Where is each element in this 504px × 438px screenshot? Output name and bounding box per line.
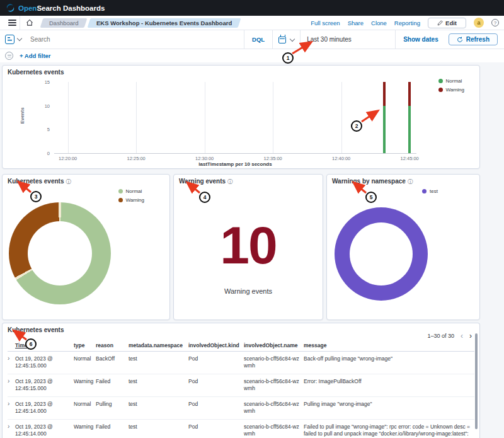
refresh-button[interactable]: Refresh xyxy=(449,33,498,45)
table-scrollbar[interactable] xyxy=(475,333,478,429)
avatar[interactable]: a xyxy=(474,18,484,28)
info-icon[interactable]: ⓘ xyxy=(227,178,233,185)
pagination: 1–30 of 30 ‹ › xyxy=(427,332,472,340)
cell-time: Oct 19, 2023 @ 12:45:14.000 xyxy=(15,419,74,438)
share-link[interactable]: Share xyxy=(348,20,364,26)
query-bar: DQL Last 30 minutes Show dates Refresh xyxy=(0,30,504,49)
time-range-value[interactable]: Last 30 minutes xyxy=(301,36,395,43)
clone-link[interactable]: Clone xyxy=(371,20,387,26)
stacked-bar[interactable] xyxy=(408,82,411,153)
gridline xyxy=(136,82,137,153)
breadcrumb-dashboard[interactable]: Dashboard xyxy=(40,18,88,28)
y-tick-label: 5 xyxy=(47,127,50,132)
calendar-chevron-down-icon xyxy=(290,36,295,41)
app-header: OpenSearch Dashboards xyxy=(0,0,504,16)
panel-title: Warnings by namespaceⓘ xyxy=(327,175,479,186)
navigation-bar: Dashboard EKS Workshop - Kubernetes Even… xyxy=(0,16,504,30)
y-tick-label: 15 xyxy=(45,79,50,85)
cell-reason: Pulling xyxy=(96,396,129,419)
x-tick-label: 12:45:00 xyxy=(401,156,419,161)
column-header-reason[interactable]: reason xyxy=(96,340,129,352)
panel-title: Kubernetes events xyxy=(3,66,479,76)
sort-descending-icon: ▾ xyxy=(29,343,32,348)
table-row: ›Oct 19, 2023 @ 12:45:14.000WarningFaile… xyxy=(8,419,474,438)
cell-message: Back-off pulling image "wrong-image" xyxy=(304,352,474,374)
cell-reason: Failed xyxy=(96,419,129,438)
expand-row-icon[interactable]: › xyxy=(8,396,15,419)
cell-metadata-namespace: test xyxy=(129,374,188,396)
table-row: ›Oct 19, 2023 @ 12:45:15.000WarningFaile… xyxy=(8,374,474,396)
column-header-metadata-namespace[interactable]: metadata.namespace xyxy=(129,340,188,352)
info-icon[interactable]: ⓘ xyxy=(66,178,71,185)
show-dates-link[interactable]: Show dates xyxy=(395,30,446,49)
cell-type: Normal xyxy=(74,396,96,419)
stacked-bar[interactable] xyxy=(383,82,386,153)
table-row: ›Oct 19, 2023 @ 12:45:14.000NormalPullin… xyxy=(8,396,474,419)
add-filter-link[interactable]: + Add filter xyxy=(20,52,51,59)
edit-button[interactable]: Edit xyxy=(428,18,466,28)
cell-metadata-namespace: test xyxy=(129,419,188,438)
legend-item[interactable]: test xyxy=(422,188,438,194)
previous-page-icon[interactable]: ‹ xyxy=(461,332,463,340)
dashboard-content: Kubernetes events Events 12:20:0012:25:0… xyxy=(0,62,504,438)
cell-time: Oct 19, 2023 @ 12:45:14.000 xyxy=(15,396,74,419)
column-header-involvedobject-kind[interactable]: involvedObject.kind xyxy=(188,340,244,352)
query-language-button[interactable]: DQL xyxy=(244,36,272,43)
info-icon[interactable]: ⓘ xyxy=(408,178,413,185)
legend-item[interactable]: Normal xyxy=(118,188,145,194)
search-input[interactable] xyxy=(30,36,244,43)
expand-row-icon[interactable]: › xyxy=(8,352,15,374)
panel-kubernetes-events-histogram: Kubernetes events Events 12:20:0012:25:0… xyxy=(2,65,480,169)
home-icon[interactable] xyxy=(20,19,39,26)
help-icon[interactable]: ? xyxy=(491,19,499,26)
gridline xyxy=(205,82,205,153)
legend-dot-icon xyxy=(438,79,443,83)
filter-icon[interactable] xyxy=(5,52,13,60)
column-header-type[interactable]: type xyxy=(74,340,96,352)
reporting-link[interactable]: Reporting xyxy=(394,20,420,26)
namespace-legend: test xyxy=(422,188,438,197)
pencil-icon xyxy=(437,20,443,26)
legend-item[interactable]: Warning xyxy=(438,87,465,93)
column-header-involvedobject-name[interactable]: involvedObject.name xyxy=(244,340,304,352)
saved-query-chevron-down-icon[interactable] xyxy=(17,36,22,41)
expand-row-icon[interactable]: › xyxy=(8,374,15,396)
expand-row-icon[interactable]: › xyxy=(8,419,15,438)
histogram-legend: NormalWarning xyxy=(438,78,465,96)
panel-title: Kubernetes events xyxy=(3,323,479,333)
breadcrumb-current-dashboard[interactable]: EKS Workshop - Kubernetes Events Dashboa… xyxy=(88,18,241,28)
cell-message: Failed to pull image "wrong-image": rpc … xyxy=(304,419,474,438)
cell-time: Oct 19, 2023 @ 12:45:15.000 xyxy=(15,352,74,374)
cell-involvedobject-kind: Pod xyxy=(188,396,244,419)
panel-row: Kubernetes eventsⓘ NormalWarning Warning… xyxy=(2,174,480,320)
x-tick-label: 12:25:00 xyxy=(127,156,146,161)
menu-icon[interactable] xyxy=(5,16,20,30)
legend-item[interactable]: Warning xyxy=(118,197,145,203)
date-picker-button[interactable] xyxy=(273,35,300,43)
namespace-donut-chart[interactable] xyxy=(335,207,428,301)
legend-dot-icon xyxy=(438,88,443,92)
panel-title: Warning eventsⓘ xyxy=(174,175,323,186)
events-table: Time▾typereasonmetadata.namespaceinvolve… xyxy=(8,340,474,438)
column-header-message[interactable]: message xyxy=(304,340,474,352)
column-header-time[interactable]: Time▾ xyxy=(15,340,74,352)
cell-message: Pulling image "wrong-image" xyxy=(304,396,474,419)
saved-query-icon[interactable] xyxy=(5,35,14,44)
legend-item[interactable]: Normal xyxy=(438,78,465,84)
next-page-icon[interactable]: › xyxy=(469,332,472,340)
filter-bar: + Add filter xyxy=(0,49,504,62)
events-donut-chart[interactable] xyxy=(9,202,111,304)
full-screen-link[interactable]: Full screen xyxy=(311,20,340,26)
cell-involvedobject-name: scenario-b-cff56c84-wzwmh xyxy=(244,374,304,396)
gridline xyxy=(341,82,342,153)
gridline xyxy=(273,82,273,153)
pie-legend: NormalWarning xyxy=(118,188,145,206)
y-axis-title: Events xyxy=(20,107,25,124)
metric-label: Warning events xyxy=(174,287,323,295)
cell-involvedobject-name: scenario-b-cff56c84-wzwmh xyxy=(244,352,304,374)
x-tick-label: 12:35:00 xyxy=(264,156,282,161)
refresh-icon xyxy=(457,37,463,43)
histogram-plot-area[interactable]: 12:20:0012:25:0012:30:0012:35:0012:40:00… xyxy=(54,82,416,154)
legend-dot-icon xyxy=(422,189,427,193)
x-tick-label: 12:30:00 xyxy=(195,156,214,161)
